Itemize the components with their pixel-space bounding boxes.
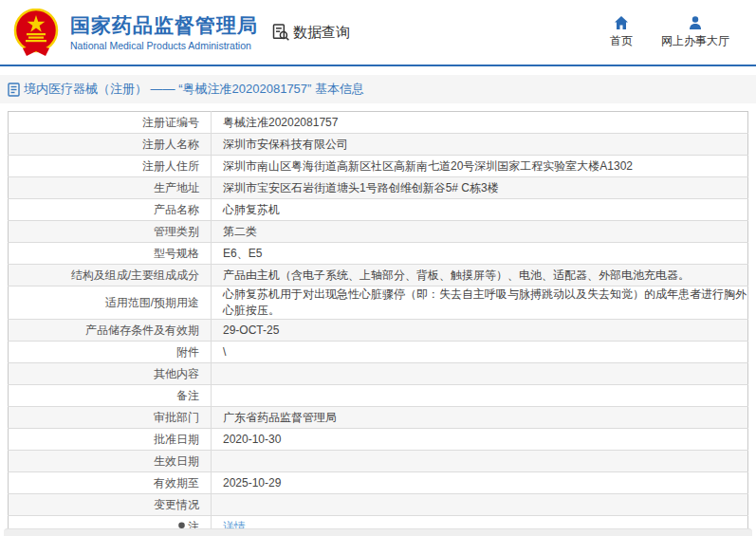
row-label-text: 注册人住所 <box>142 159 199 173</box>
row-label: 其他内容 <box>9 363 212 385</box>
row-label-text: 批准日期 <box>154 433 199 446</box>
table-row: 批准日期 2020-10-30 <box>9 429 748 451</box>
top-nav: 首页 网上办事大厅 <box>610 15 729 49</box>
row-label: 型号规格 <box>9 243 212 265</box>
table-row: 备注 <box>9 385 748 407</box>
row-value <box>212 363 748 385</box>
breadcrumb-bar: 境内医疗器械（注册） —— “粤械注准20202081757” 基本信息 <box>0 75 756 103</box>
site-subtitle: National Medical Products Administration <box>70 40 258 51</box>
row-label: 生产地址 <box>9 177 212 199</box>
row-label-text: 附件 <box>176 345 199 359</box>
row-value: 2020-10-30 <box>212 429 748 451</box>
row-label-text: 管理类别 <box>154 225 199 238</box>
table-row: 注册人住所 深圳市南山区粤海街道高新区社区高新南七道20号深圳国家工程实验室大楼… <box>9 156 748 177</box>
home-icon <box>614 15 629 30</box>
table-row: 结构及组成/主要组成成分 产品由主机（含电子系统、上轴部分、背板、触摸屏等）、电… <box>9 265 748 286</box>
row-label: 产品名称 <box>9 199 212 221</box>
row-label-text: 生效日期 <box>154 454 199 468</box>
row-label: 注册人住所 <box>9 156 212 177</box>
row-label-text: 适用范围/预期用途 <box>105 296 199 309</box>
table-row: 生效日期 <box>9 451 748 472</box>
footer-strip <box>4 528 752 536</box>
row-value: 广东省药品监督管理局 <box>212 407 748 429</box>
row-label: 生效日期 <box>9 451 212 472</box>
row-label-text: 审批部门 <box>154 411 199 424</box>
table-row: 其他内容 <box>9 363 748 385</box>
table-row: 产品名称 心肺复苏机 <box>9 199 748 221</box>
row-value <box>212 494 748 516</box>
row-label: 附件 <box>9 342 212 363</box>
nav-home-label: 首页 <box>610 33 633 49</box>
table-row: 管理类别 第二类 <box>9 221 748 243</box>
row-label: 注册证编号 <box>9 112 212 134</box>
row-value: 心肺复苏机用于对出现急性心脏骤停（即：失去自主呼吸与脉搏跳动以及失去知觉）的成年… <box>212 286 748 320</box>
row-label-text: 备注 <box>176 389 199 402</box>
row-value: 2025-10-29 <box>212 472 748 494</box>
row-label: 注册人名称 <box>9 134 212 156</box>
row-label-text: 产品储存条件及有效期 <box>85 323 199 337</box>
row-value: 粤械注准20202081757 <box>212 112 748 134</box>
nav-home[interactable]: 首页 <box>610 15 633 49</box>
row-value: 深圳市南山区粤海街道高新区社区高新南七道20号深圳国家工程实验室大楼A1302 <box>212 156 748 177</box>
row-label-text: 其他内容 <box>154 367 199 380</box>
row-label: 有效期至 <box>9 472 212 494</box>
row-label-text: 注册人名称 <box>142 138 199 151</box>
table-row: 注册人名称 深圳市安保科技有限公司 <box>9 134 748 156</box>
row-label-text: 结构及组成/主要组成成分 <box>71 268 199 282</box>
row-label: 产品储存条件及有效期 <box>9 320 212 342</box>
row-value: 产品由主机（含电子系统、上轴部分、背板、触摸屏等）、电池、适配器、外部电池充电器… <box>212 265 748 286</box>
data-query-label: 数据查询 <box>293 24 350 42</box>
table-row: 审批部门 广东省药品监督管理局 <box>9 407 748 429</box>
site-title-block: 国家药品监督管理局 National Medical Products Admi… <box>70 13 258 50</box>
row-label-text: 注册证编号 <box>142 116 199 129</box>
table-row: 注册证编号 粤械注准20202081757 <box>9 112 748 134</box>
national-emblem-logo <box>13 9 59 56</box>
table-row: 适用范围/预期用途 心肺复苏机用于对出现急性心脏骤停（即：失去自主呼吸与脉搏跳动… <box>9 286 748 320</box>
table-row: 产品储存条件及有效期 29-OCT-25 <box>9 320 748 342</box>
document-icon <box>8 83 20 97</box>
row-value: 第二类 <box>212 221 748 243</box>
data-query-nav[interactable]: 数据查询 <box>271 23 350 42</box>
row-value: 心肺复苏机 <box>212 199 748 221</box>
row-label: 管理类别 <box>9 221 212 243</box>
nav-online-hall[interactable]: 网上办事大厅 <box>661 15 729 49</box>
row-label-text: 有效期至 <box>154 476 199 490</box>
row-label-text: 生产地址 <box>154 181 199 194</box>
registration-info-table: 注册证编号 粤械注准20202081757 注册人名称 深圳市安保科技有限公司 … <box>8 111 748 536</box>
registration-info-table-wrap: 注册证编号 粤械注准20202081757 注册人名称 深圳市安保科技有限公司 … <box>8 111 748 536</box>
row-value: 29-OCT-25 <box>212 320 748 342</box>
person-icon <box>688 15 703 30</box>
row-value: 深圳市宝安区石岩街道塘头1号路创维创新谷5# C栋3楼 <box>212 177 748 199</box>
row-value: 深圳市安保科技有限公司 <box>212 134 748 156</box>
row-value: E6、E5 <box>212 243 748 265</box>
table-row: 附件 \ <box>9 342 748 363</box>
header: 国家药品监督管理局 National Medical Products Admi… <box>0 0 756 66</box>
breadcrumb-text: 境内医疗器械（注册） —— “粤械注准20202081757” 基本信息 <box>24 81 364 98</box>
table-row: 型号规格 E6、E5 <box>9 243 748 265</box>
row-value <box>212 385 748 407</box>
row-label: 变更情况 <box>9 494 212 516</box>
site-title: 国家药品监督管理局 <box>70 13 258 37</box>
row-label-text: 产品名称 <box>154 203 199 216</box>
row-label: 批准日期 <box>9 429 212 451</box>
nav-online-hall-label: 网上办事大厅 <box>661 33 729 49</box>
breadcrumb: 境内医疗器械（注册） —— “粤械注准20202081757” 基本信息 <box>8 81 364 98</box>
table-row: 有效期至 2025-10-29 <box>9 472 748 494</box>
table-row: 变更情况 <box>9 494 748 516</box>
row-value: \ <box>212 342 748 363</box>
document-search-icon <box>271 23 290 42</box>
row-label-text: 型号规格 <box>154 247 199 260</box>
row-label: 适用范围/预期用途 <box>9 286 212 320</box>
info-table-body: 注册证编号 粤械注准20202081757 注册人名称 深圳市安保科技有限公司 … <box>9 112 748 536</box>
row-value <box>212 451 748 472</box>
row-label-text: 变更情况 <box>154 498 199 511</box>
table-row: 生产地址 深圳市宝安区石岩街道塘头1号路创维创新谷5# C栋3楼 <box>9 177 748 199</box>
row-label: 结构及组成/主要组成成分 <box>9 265 212 286</box>
row-label: 审批部门 <box>9 407 212 429</box>
row-label: 备注 <box>9 385 212 407</box>
